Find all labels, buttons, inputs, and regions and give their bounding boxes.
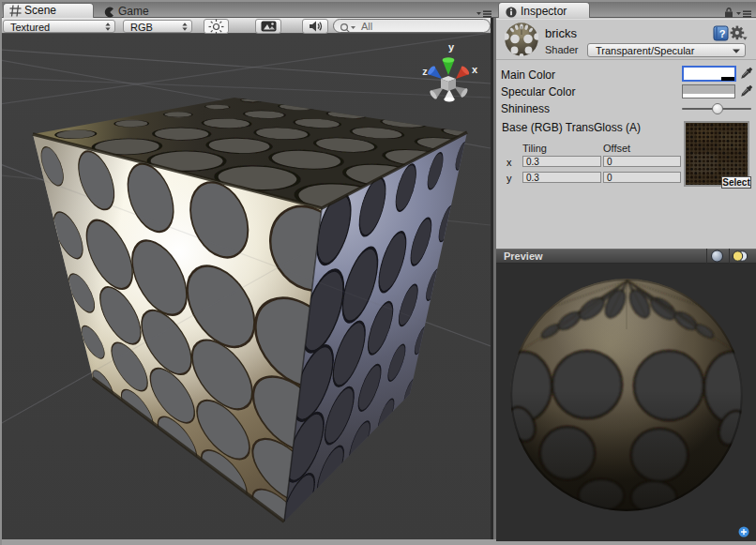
svg-text:?: ?	[719, 28, 726, 39]
svg-text:x: x	[472, 64, 478, 75]
svg-text:y: y	[448, 41, 455, 53]
svg-text:z: z	[422, 66, 428, 77]
